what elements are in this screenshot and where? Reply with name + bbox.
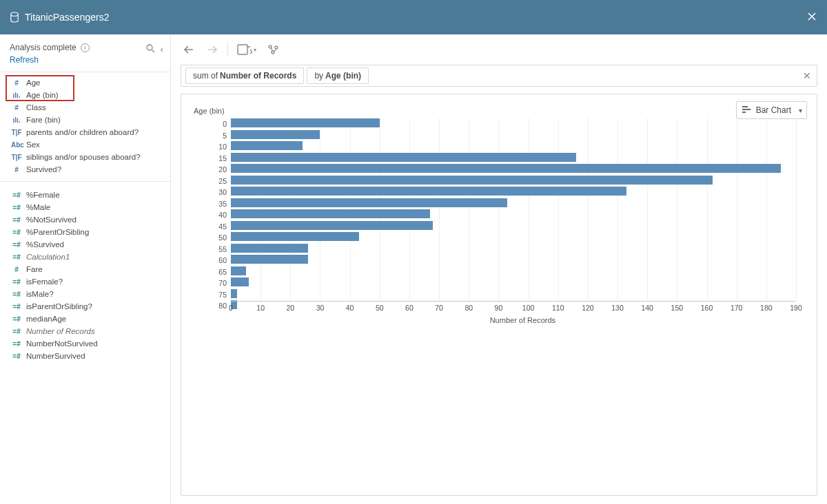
gridline	[498, 118, 499, 301]
field-age-bin-[interactable]: ılı.Age (bin)	[0, 89, 170, 101]
info-icon[interactable]: i	[81, 43, 90, 52]
field-fare[interactable]: #Fare	[0, 263, 170, 275]
svg-rect-2	[238, 45, 247, 54]
field-numbernotsurvived[interactable]: =#NumberNotSurvived	[0, 337, 170, 350]
field-type-icon: =#	[11, 204, 22, 211]
bar[interactable]	[231, 164, 781, 173]
field-class[interactable]: #Class	[0, 101, 170, 114]
field-label: %Male	[26, 203, 50, 211]
x-tick: 40	[346, 304, 354, 312]
field-parents-and-or-children-aboard-[interactable]: T|Fparents and/or children aboard?	[0, 126, 170, 138]
field-isparentorsibling-[interactable]: =#isParentOrSibling?	[0, 300, 170, 313]
gridline	[766, 118, 767, 301]
x-tick: 110	[552, 304, 564, 312]
x-tick: 140	[641, 304, 653, 312]
bar[interactable]	[231, 255, 308, 264]
x-tick: 70	[435, 304, 443, 312]
bar[interactable]	[231, 221, 433, 230]
y-tick: 50	[194, 233, 227, 242]
field-label: %ParentOrSibling	[26, 228, 89, 236]
field-siblings-and-or-spouses-aboard-[interactable]: T|Fsiblings and/or spouses aboard?	[0, 151, 170, 163]
field-number-of-records[interactable]: =#Number of Records	[0, 325, 170, 337]
field-type-icon: =#	[11, 291, 22, 298]
search-icon[interactable]	[146, 44, 155, 55]
dimension-pill[interactable]: by Age (bin)	[307, 67, 369, 84]
gridline	[439, 118, 440, 301]
bar[interactable]	[231, 198, 507, 207]
field-medianage[interactable]: =#medianAge	[0, 313, 170, 325]
bar[interactable]	[231, 244, 308, 253]
field--parentorsibling[interactable]: =#%ParentOrSibling	[0, 226, 170, 238]
field-type-icon: #	[11, 79, 22, 87]
field-sex[interactable]: AbcSex	[0, 138, 170, 151]
pill-shelf[interactable]: sum of Number of Records by Age (bin) ✕	[181, 65, 817, 87]
bar[interactable]	[231, 277, 249, 286]
dimension-pill-field: Age (bin)	[325, 71, 361, 81]
y-tick: 55	[194, 245, 227, 253]
x-tick: 0	[229, 304, 233, 312]
measures-list: =#%Female=#%Male=#%NotSurvived=#%ParentO…	[0, 182, 170, 368]
bar[interactable]	[231, 187, 626, 196]
field-age[interactable]: #Age	[0, 76, 170, 89]
bar[interactable]	[231, 266, 246, 275]
field-label: NumberNotSurvived	[26, 339, 98, 348]
x-tick: 50	[376, 304, 384, 312]
bar[interactable]	[231, 153, 576, 162]
bar[interactable]	[231, 130, 320, 139]
field--survived[interactable]: =#%Survived	[0, 238, 170, 251]
field-numbersurvived[interactable]: =#NumberSurvived	[0, 350, 170, 362]
field-survived-[interactable]: #Survived?	[0, 163, 170, 176]
field-fare-bin-[interactable]: ılı.Fare (bin)	[0, 114, 170, 126]
bar[interactable]	[231, 118, 380, 127]
refresh-link[interactable]: Refresh	[10, 55, 162, 65]
gridline	[647, 118, 648, 301]
field-type-icon: =#	[11, 328, 22, 335]
analysis-status-label: Analysis complete	[10, 43, 76, 52]
field-label: isFemale?	[26, 277, 63, 286]
y-tick: 20	[194, 165, 227, 174]
toolbar: ▾	[171, 34, 827, 65]
x-tick: 150	[671, 304, 684, 312]
field-label: %NotSurvived	[26, 216, 76, 224]
field-ismale-[interactable]: =#isMale?	[0, 288, 170, 300]
back-button[interactable]	[181, 41, 197, 58]
bar[interactable]	[231, 289, 237, 298]
datasource-title: TitanicPassengers2	[25, 12, 109, 23]
field-type-icon: =#	[11, 216, 22, 224]
field-type-icon: =#	[11, 253, 22, 261]
y-tick: 45	[194, 222, 227, 231]
y-tick: 40	[194, 211, 227, 219]
field-type-icon: Abc	[11, 141, 22, 149]
field--male[interactable]: =#%Male	[0, 201, 170, 213]
x-tick: 190	[790, 304, 802, 312]
y-tick: 25	[194, 177, 227, 185]
gridline	[558, 118, 559, 301]
y-tick: 10	[194, 143, 227, 151]
add-sheet-button[interactable]: ▾	[235, 41, 258, 58]
field-calculation1[interactable]: =#Calculation1	[0, 251, 170, 263]
close-button[interactable]	[806, 11, 817, 24]
forward-button[interactable]	[204, 41, 221, 58]
measure-pill-prefix: sum of	[193, 71, 218, 81]
gridline	[617, 118, 618, 301]
clear-shelf-button[interactable]: ✕	[803, 70, 811, 81]
field-isfemale-[interactable]: =#isFemale?	[0, 275, 170, 288]
x-tick: 10	[256, 304, 265, 312]
measure-pill[interactable]: sum of Number of Records	[185, 67, 304, 84]
chart: Age (bin) Number of Records 010203040506…	[194, 111, 803, 324]
field--female[interactable]: =#%Female	[0, 189, 170, 201]
measure-pill-field: Number of Records	[220, 71, 296, 81]
bar[interactable]	[231, 209, 430, 218]
field-label: Fare (bin)	[26, 116, 61, 124]
bar[interactable]	[231, 141, 303, 150]
field-type-icon: =#	[11, 303, 22, 311]
collapse-sidebar-icon[interactable]: ‹	[161, 44, 163, 55]
field--notsurvived[interactable]: =#%NotSurvived	[0, 213, 170, 226]
bar[interactable]	[231, 232, 359, 241]
svg-line-1	[152, 50, 154, 52]
y-tick: 70	[194, 279, 227, 287]
field-type-icon: #	[11, 266, 22, 273]
x-tick: 100	[522, 304, 535, 312]
clusters-button[interactable]	[265, 41, 282, 58]
bar[interactable]	[231, 176, 713, 185]
